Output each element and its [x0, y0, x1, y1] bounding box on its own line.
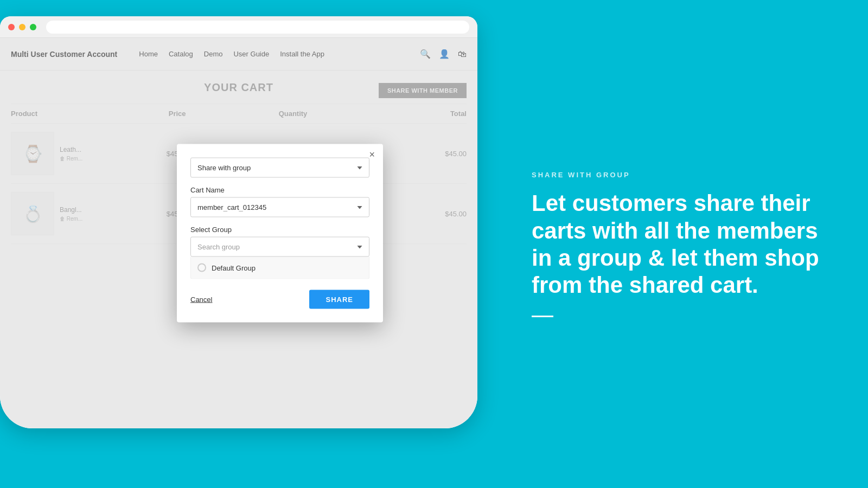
- modal-actions: Cancel SHARE: [190, 290, 369, 309]
- laptop-mockup: Multi User Customer Account Home Catalog…: [0, 0, 488, 488]
- cart-name-select[interactable]: member_cart_012345: [190, 197, 369, 217]
- cancel-button[interactable]: Cancel: [190, 296, 212, 304]
- url-bar: [46, 21, 469, 34]
- list-item[interactable]: Default Group: [191, 257, 369, 279]
- modal-close-button[interactable]: ×: [369, 150, 375, 159]
- search-group-select[interactable]: Search group Default Group: [190, 237, 369, 257]
- group-label-default: Default Group: [212, 264, 256, 272]
- select-group-label: Select Group: [190, 226, 369, 234]
- action-select[interactable]: Share with group: [190, 158, 369, 178]
- share-button[interactable]: SHARE: [309, 290, 369, 309]
- cart-name-label: Cart Name: [190, 186, 369, 194]
- right-panel: SHARE WITH GROUP Let customers share the…: [488, 138, 868, 350]
- cart-name-row: Cart Name member_cart_012345: [190, 186, 369, 217]
- browser-frame: Multi User Customer Account Home Catalog…: [0, 16, 477, 428]
- store-content: Multi User Customer Account Home Catalog…: [0, 38, 477, 428]
- right-divider: [532, 316, 553, 317]
- browser-dot-green: [30, 24, 36, 30]
- group-option-list: Default Group: [190, 257, 369, 279]
- browser-dot-red: [8, 24, 15, 30]
- right-title: Let customers share their carts with all…: [532, 190, 835, 299]
- browser-chrome: [0, 16, 477, 38]
- browser-dot-yellow: [19, 24, 25, 30]
- right-subtitle: SHARE WITH GROUP: [532, 171, 835, 179]
- share-modal: × Share with group Cart Name member_cart…: [177, 144, 383, 323]
- action-select-row: Share with group: [190, 158, 369, 178]
- group-radio-default[interactable]: [197, 264, 206, 272]
- select-group-row: Select Group Search group Default Group …: [190, 226, 369, 279]
